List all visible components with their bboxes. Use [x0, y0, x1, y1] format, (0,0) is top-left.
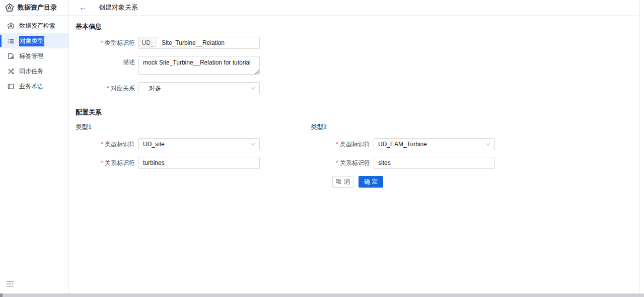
sidebar-item-label: 对象类型 — [19, 36, 44, 46]
main-content: ← 创建对象关系 基本信息 * 类型标识符 UD_ 描述 mock Site_T… — [69, 0, 639, 293]
sidebar-item-label: 数据资产检索 — [19, 22, 55, 30]
type2-type-identifier-select[interactable]: UD_EAM_Turbine — [374, 138, 495, 150]
sidebar: 数据资产目录 数据资产检索 对象类型 — [0, 0, 69, 293]
type1-type-identifier-select[interactable]: UD_site — [138, 138, 260, 150]
type2-type-identifier-value: UD_EAM_Turbine — [378, 141, 427, 148]
type1-group-title: 类型1 — [76, 123, 92, 132]
config-relation-section-title: 配置关系 — [76, 108, 102, 117]
type1-relation-identifier-input[interactable] — [138, 157, 260, 169]
description-textarea[interactable]: mock Site_Turbine__Relation for tutorial — [138, 56, 260, 75]
tag-icon — [7, 52, 15, 60]
window-bottom-corner — [0, 293, 3, 297]
type2-relation-identifier-label: * 关系标识符 — [305, 157, 370, 169]
sidebar-item-label: 同步任务 — [19, 67, 43, 76]
basic-info-section-title: 基本信息 — [76, 22, 102, 31]
sidebar-item-label: 业务术语 — [19, 82, 43, 91]
back-icon[interactable]: ← — [79, 4, 87, 12]
correspondence-label: * 对应关系 — [69, 82, 135, 94]
catalog-search-icon — [7, 22, 15, 30]
sync-icon — [7, 67, 15, 75]
required-mark: * — [336, 159, 338, 166]
required-mark: * — [107, 85, 109, 92]
type1-type-identifier-label: * 类型标识符 — [69, 138, 135, 150]
page-header: ← 创建对象关系 — [69, 0, 639, 16]
sidebar-collapse-icon[interactable] — [6, 280, 14, 287]
sidebar-item-object-type[interactable]: 对象类型 — [0, 33, 68, 48]
sidebar-item-label: 标签管理 — [19, 52, 43, 61]
type-identifier-label: * 类型标识符 — [69, 37, 135, 49]
correspondence-select[interactable]: 一对多 — [138, 82, 260, 94]
glossary-icon — [7, 82, 15, 90]
type-identifier-input[interactable] — [157, 37, 259, 48]
list-icon — [7, 37, 15, 45]
required-mark: * — [101, 141, 103, 148]
type-identifier-prefix: UD_ — [139, 37, 157, 48]
app-logo-icon — [5, 3, 14, 12]
sidebar-item-tag-management[interactable]: 标签管理 — [0, 48, 68, 64]
sidebar-item-data-asset-search[interactable]: 数据资产检索 — [0, 18, 68, 33]
chevron-down-icon — [250, 143, 255, 146]
type1-relation-identifier-label: * 关系标识符 — [69, 157, 135, 169]
type2-type-identifier-label: * 类型标识符 — [305, 138, 370, 150]
window-bottom-edge — [0, 293, 644, 297]
page-title: 创建对象关系 — [99, 3, 138, 12]
description-label: 描述 — [69, 56, 135, 68]
header-divider — [93, 4, 93, 11]
type-identifier-input-group: UD_ — [138, 37, 260, 49]
sidebar-nav: 数据资产检索 对象类型 标签管理 — [0, 16, 68, 94]
chevron-down-icon — [250, 87, 255, 90]
confirm-button[interactable]: 确 定 — [359, 176, 383, 188]
type1-type-identifier-value: UD_site — [143, 141, 165, 148]
type2-group-title: 类型2 — [311, 123, 327, 132]
chevron-down-icon — [485, 143, 490, 146]
app-title: 数据资产目录 — [18, 3, 57, 12]
sidebar-item-sync-tasks[interactable]: 同步任务 — [0, 64, 68, 79]
required-mark: * — [101, 39, 103, 46]
app-header: 数据资产目录 — [0, 0, 68, 16]
sidebar-item-business-glossary[interactable]: 业务术语 — [0, 79, 68, 94]
scrollbar-track[interactable] — [639, 0, 644, 293]
required-mark: * — [101, 159, 103, 166]
cancel-button[interactable]: 取 消 — [332, 176, 353, 188]
correspondence-selected-value: 一对多 — [143, 84, 161, 93]
required-mark: * — [336, 141, 338, 148]
type2-relation-identifier-input[interactable] — [374, 157, 495, 169]
